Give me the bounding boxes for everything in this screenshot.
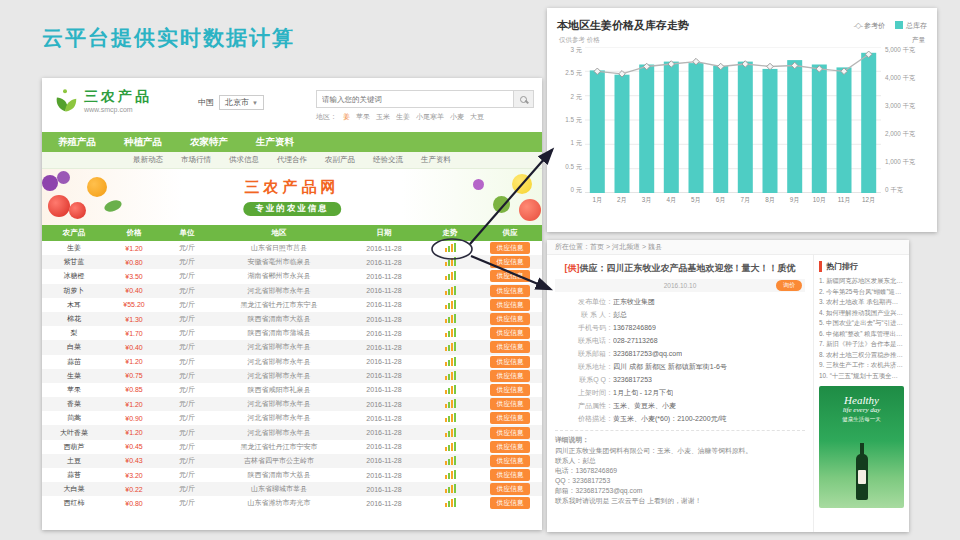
trend-chart-icon[interactable] <box>445 428 456 437</box>
table-row[interactable]: 胡萝卜 ¥0.40 元/斤 河北省邯郸市永年县 2016-11-28 供应信息 <box>42 284 542 298</box>
hot-keyword-link[interactable]: 玉米 <box>376 112 390 122</box>
hot-ranking-item[interactable]: 5. 中国农业“走出去”与“引进来” <box>819 318 904 329</box>
cell-region: 陕西省咸阳市礼泉县 <box>212 385 346 395</box>
cell-product: 胡萝卜 <box>42 286 106 296</box>
supply-info-button[interactable]: 供应信息 <box>490 341 529 353</box>
hot-keyword-link[interactable]: 生姜 <box>396 112 410 122</box>
supply-info-button[interactable]: 供应信息 <box>490 497 529 509</box>
trend-chart-icon[interactable] <box>445 484 456 493</box>
table-row[interactable]: 生姜 ¥1.20 元/斤 山东省日照市莒县 2016-11-28 供应信息 <box>42 241 542 255</box>
detail-field-row: 联系邮箱： 3236817253@qq.com <box>555 347 805 360</box>
hot-ranking-item[interactable]: 3. 农村土地改革 承包期再延长三十年 <box>819 297 904 308</box>
city-dropdown[interactable]: 北京市 ▼ <box>219 95 264 110</box>
hot-ranking-item[interactable]: 10. “十三五”规划十五项全部实现资金 <box>819 371 904 382</box>
sidebar-ad-banner[interactable]: Healthy life every day 健康生活每一天 <box>819 386 904 508</box>
table-row[interactable]: 西葫芦 ¥0.45 元/斤 黑龙江省牡丹江市宁安市 2016-11-28 供应信… <box>42 440 542 454</box>
table-row[interactable]: 苹果 ¥0.85 元/斤 陕西省咸阳市礼泉县 2016-11-28 供应信息 <box>42 383 542 397</box>
trend-chart-icon[interactable] <box>445 286 456 295</box>
nav-item[interactable]: 生产资料 <box>256 136 294 149</box>
search-button[interactable] <box>513 91 533 107</box>
table-row[interactable]: 茼蒿 ¥0.90 元/斤 河北省邯郸市永年县 2016-11-28 供应信息 <box>42 411 542 425</box>
supply-info-button[interactable]: 供应信息 <box>490 299 529 311</box>
trend-chart-icon[interactable] <box>445 385 456 394</box>
subnav-item[interactable]: 农副产品 <box>325 155 355 165</box>
supply-info-button[interactable]: 供应信息 <box>490 356 529 368</box>
trend-chart-icon[interactable] <box>445 399 456 408</box>
trend-chart-icon[interactable] <box>445 371 456 380</box>
hot-ranking-item[interactable]: 2. 今年第25号台风“蝴蝶”逼近沿海 <box>819 287 904 298</box>
trend-chart-icon[interactable] <box>445 257 456 266</box>
table-row[interactable]: 大白菜 ¥0.22 元/斤 山东省聊城市莘县 2016-11-28 供应信息 <box>42 482 542 496</box>
axis-tick: 5,000 千克 <box>885 47 915 53</box>
nav-item[interactable]: 种植产品 <box>124 136 162 149</box>
trend-chart-icon[interactable] <box>445 271 456 280</box>
hot-ranking-item[interactable]: 1. 新疆阿克苏地区发展东北3.0版农业 <box>819 276 904 287</box>
trend-chart-icon[interactable] <box>445 314 456 323</box>
table-row[interactable]: 土豆 ¥0.43 元/斤 吉林省四平市公主岭市 2016-11-28 供应信息 <box>42 454 542 468</box>
trend-chart-icon[interactable] <box>445 498 456 507</box>
trend-chart-icon[interactable] <box>445 413 456 422</box>
subnav-item[interactable]: 生产资料 <box>421 155 451 165</box>
trend-chart-icon[interactable] <box>445 342 456 351</box>
table-row[interactable]: 香菜 ¥1.20 元/斤 河北省邯郸市永年县 2016-11-28 供应信息 <box>42 397 542 411</box>
supply-info-button[interactable]: 供应信息 <box>490 370 529 382</box>
table-row[interactable]: 棉花 ¥1.30 元/斤 陕西省渭南市大荔县 2016-11-28 供应信息 <box>42 312 542 326</box>
table-row[interactable]: 木耳 ¥55.20 元/斤 黑龙江省牡丹江市东宁县 2016-11-28 供应信… <box>42 298 542 312</box>
trend-chart-icon[interactable] <box>445 456 456 465</box>
trend-chart-icon[interactable] <box>445 357 456 366</box>
hot-keyword-link[interactable]: 小麦 <box>450 112 464 122</box>
inquiry-button[interactable]: 询价 <box>776 280 802 291</box>
hot-keyword-link[interactable]: 姜 <box>343 112 350 122</box>
table-row[interactable]: 梨 ¥1.70 元/斤 陕西省渭南市蒲城县 2016-11-28 供应信息 <box>42 326 542 340</box>
table-row[interactable]: 冰糖橙 ¥3.50 元/斤 湖南省郴州市永兴县 2016-11-28 供应信息 <box>42 269 542 283</box>
cell-product: 梨 <box>42 328 106 338</box>
cell-date: 2016-11-28 <box>346 443 422 450</box>
trend-chart-icon[interactable] <box>445 470 456 479</box>
trend-chart-icon[interactable] <box>445 300 456 309</box>
supply-info-button[interactable]: 供应信息 <box>490 313 529 325</box>
hot-ranking-item[interactable]: 6. 中储粮“整改” 粮库管理出新规 <box>819 329 904 340</box>
subnav-item[interactable]: 代理合作 <box>277 155 307 165</box>
subnav-item[interactable]: 最新动态 <box>133 155 163 165</box>
table-row[interactable]: 蒜苗 ¥1.20 元/斤 河北省邯郸市永年县 2016-11-28 供应信息 <box>42 355 542 369</box>
hot-ranking-item[interactable]: 7. 新旧《种子法》合作本是双赢 快看 <box>819 339 904 350</box>
trend-chart-icon[interactable] <box>445 328 456 337</box>
nav-item[interactable]: 养殖产品 <box>58 136 96 149</box>
table-row[interactable]: 白菜 ¥0.40 元/斤 河北省邯郸市永年县 2016-11-28 供应信息 <box>42 340 542 354</box>
supply-info-button[interactable]: 供应信息 <box>490 441 529 453</box>
search-input[interactable] <box>317 91 513 107</box>
cell-region: 山东省潍坊市寿光市 <box>212 498 346 508</box>
hot-keyword-link[interactable]: 小尾寒羊 <box>416 112 444 122</box>
table-row[interactable]: 蒜苔 ¥3.20 元/斤 陕西省渭南市大荔县 2016-11-28 供应信息 <box>42 468 542 482</box>
sub-nav: 最新动态市场行情供求信息代理合作农副产品经验交流生产资料 <box>42 152 542 169</box>
supply-info-button[interactable]: 供应信息 <box>490 285 529 297</box>
table-row[interactable]: 西红柿 ¥0.80 元/斤 山东省潍坊市寿光市 2016-11-28 供应信息 <box>42 496 542 510</box>
supply-info-button[interactable]: 供应信息 <box>490 483 529 495</box>
hot-keyword-link[interactable]: 大豆 <box>470 112 484 122</box>
supply-info-button[interactable]: 供应信息 <box>490 327 529 339</box>
supply-info-button[interactable]: 供应信息 <box>490 427 529 439</box>
trend-chart-icon[interactable] <box>445 442 456 451</box>
hot-ranking-item[interactable]: 4. 如何理解推动我国产业兴旺发展 <box>819 308 904 319</box>
supply-info-button[interactable]: 供应信息 <box>490 412 529 424</box>
supply-info-button[interactable]: 供应信息 <box>490 469 529 481</box>
site-logo[interactable]: 三农产品 www.smcp.com <box>50 85 198 115</box>
trend-chart-icon[interactable] <box>445 243 456 252</box>
subnav-item[interactable]: 经验交流 <box>373 155 403 165</box>
subnav-item[interactable]: 供求信息 <box>229 155 259 165</box>
supply-info-button[interactable]: 供应信息 <box>490 242 529 254</box>
hot-keyword-link[interactable]: 苹果 <box>356 112 370 122</box>
subnav-item[interactable]: 市场行情 <box>181 155 211 165</box>
supply-info-button[interactable]: 供应信息 <box>490 384 529 396</box>
hot-ranking-item[interactable]: 9. 三秋生产工作：农机共济2016 <box>819 360 904 371</box>
supply-info-button[interactable]: 供应信息 <box>490 270 529 282</box>
supply-info-button[interactable]: 供应信息 <box>490 455 529 467</box>
supply-info-button[interactable]: 供应信息 <box>490 256 529 268</box>
table-row[interactable]: 生菜 ¥0.75 元/斤 河北省邯郸市永年县 2016-11-28 供应信息 <box>42 369 542 383</box>
hot-ranking-item[interactable]: 8. 农村土地三权分置稳步推进 快讯 <box>819 350 904 361</box>
table-row[interactable]: 大叶香菜 ¥1.20 元/斤 河北省邯郸市永年县 2016-11-28 供应信息 <box>42 425 542 439</box>
table-row[interactable]: 紫甘蓝 ¥0.80 元/斤 安徽省亳州市临泉县 2016-11-28 供应信息 <box>42 255 542 269</box>
field-label: 联系电话： <box>555 334 613 347</box>
supply-info-button[interactable]: 供应信息 <box>490 398 529 410</box>
nav-item[interactable]: 农家特产 <box>190 136 228 149</box>
